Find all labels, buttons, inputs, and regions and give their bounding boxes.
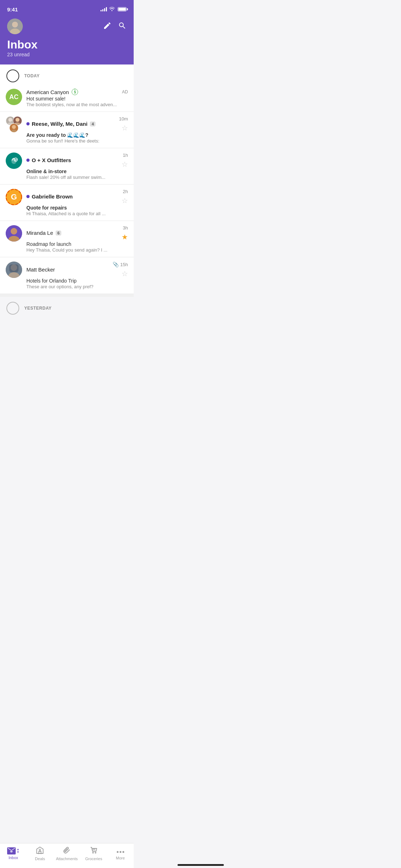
- email-sender: Gabrielle Brown: [26, 193, 118, 200]
- email-subject: Quote for repairs: [26, 205, 128, 211]
- email-time: 2h: [123, 189, 128, 194]
- svg-rect-22: [9, 264, 19, 272]
- battery-icon: [118, 7, 127, 11]
- svg-text:G: G: [11, 192, 17, 201]
- email-preview: Flash sale! 20% off all summer swim...: [26, 175, 128, 180]
- email-preview: These are our options, any pref?: [26, 284, 128, 289]
- svg-point-8: [12, 125, 16, 129]
- email-time: 10m: [119, 116, 128, 122]
- today-section-header: TODAY: [0, 64, 134, 84]
- compose-button[interactable]: [103, 21, 112, 31]
- status-bar: 9:41: [0, 0, 134, 16]
- inbox-title: Inbox: [7, 38, 127, 51]
- email-item[interactable]: Miranda Le 6 3h ★ Roadmap for launch Hey…: [0, 221, 134, 257]
- svg-point-3: [12, 22, 18, 27]
- email-subject: Roadmap for launch: [26, 241, 128, 247]
- email-item[interactable]: AC American Canyon $ AD Hot summer sale!…: [0, 84, 134, 112]
- email-avatar-ox: [6, 153, 22, 169]
- email-time: 1h: [123, 153, 128, 158]
- email-content-gabrielle: Gabrielle Brown 2h ☆ Quote for repairs H…: [26, 189, 128, 216]
- email-item[interactable]: G Gabrielle Brown 2h ☆ Quote for repairs…: [0, 185, 134, 221]
- unread-dot: [26, 122, 30, 125]
- message-count-badge: 4: [90, 122, 96, 126]
- message-count-badge: 6: [56, 231, 61, 236]
- star-button[interactable]: ☆: [119, 196, 128, 204]
- unread-count: 23 unread: [7, 52, 127, 57]
- email-sender: American Canyon $: [26, 89, 120, 95]
- email-subject: Online & in-store: [26, 169, 128, 174]
- email-avatar-gabrielle: G: [6, 189, 22, 205]
- wifi-icon: [109, 6, 115, 12]
- header-actions: [103, 21, 127, 31]
- email-sender: Reese, Willy, Me, Dani 4: [26, 121, 118, 127]
- email-content-group: Reese, Willy, Me, Dani 4 10m ☆ Are you r…: [26, 116, 128, 144]
- email-content-miranda: Miranda Le 6 3h ★ Roadmap for launch Hey…: [26, 225, 128, 253]
- status-icons: [101, 6, 127, 12]
- star-button[interactable]: ★: [119, 233, 128, 241]
- status-time: 9:41: [7, 6, 18, 12]
- yesterday-circle: [6, 302, 19, 315]
- email-avatar-miranda: [6, 225, 22, 242]
- unread-dot: [26, 195, 30, 198]
- email-avatar-group: [6, 116, 22, 133]
- email-item[interactable]: Reese, Willy, Me, Dani 4 10m ☆ Are you r…: [0, 112, 134, 148]
- star-button[interactable]: ☆: [119, 269, 128, 277]
- email-subject: Are you ready to 🌊🌊🌊?: [26, 132, 128, 138]
- email-subject: Hotels for Orlando Trip: [26, 278, 128, 284]
- email-list: TODAY AC American Canyon $ AD Hot summer…: [0, 64, 134, 317]
- unread-dot: [26, 159, 30, 162]
- svg-point-6: [15, 118, 19, 122]
- svg-point-4: [8, 118, 12, 122]
- header: Inbox 23 unread: [0, 16, 134, 64]
- email-sender: Matt Becker: [26, 267, 111, 273]
- attachment-icon: 📎: [113, 262, 119, 267]
- sponsored-icon: $: [72, 89, 78, 95]
- email-content-ox: O + X Outfitters 1h ☆ Online & in-store …: [26, 153, 128, 180]
- email-item[interactable]: O + X Outfitters 1h ☆ Online & in-store …: [0, 148, 134, 185]
- yesterday-label: YESTERDAY: [24, 306, 52, 311]
- email-avatar-matt: [6, 262, 22, 278]
- email-sender: Miranda Le 6: [26, 230, 118, 236]
- today-circle: [6, 69, 19, 82]
- svg-point-17: [11, 228, 17, 234]
- email-preview: Hi Thaisa, Attached is a quote for all .…: [26, 211, 128, 216]
- star-button[interactable]: ☆: [119, 160, 128, 168]
- email-preview: Hey Thaisa, Could you send again? I ...: [26, 247, 128, 253]
- email-avatar-american-canyon: AC: [6, 89, 22, 105]
- search-button[interactable]: [118, 21, 127, 31]
- email-preview: Gonna be so fun!! Here's the deets:: [26, 138, 128, 144]
- header-top: [7, 19, 127, 34]
- email-content-matt: Matt Becker 📎 15h ☆ Hotels for Orlando T…: [26, 262, 128, 289]
- email-content-american-canyon: American Canyon $ AD Hot summer sale! Th…: [26, 89, 128, 107]
- star-button[interactable]: ☆: [119, 124, 128, 131]
- signal-icon: [101, 7, 107, 11]
- email-preview: The boldest styles, now at the most adve…: [26, 102, 128, 107]
- svg-point-9: [11, 130, 17, 132]
- email-time: 15h: [120, 262, 128, 267]
- ad-label: AD: [122, 89, 128, 94]
- email-item[interactable]: Matt Becker 📎 15h ☆ Hotels for Orlando T…: [0, 257, 134, 294]
- today-label: TODAY: [24, 73, 40, 78]
- avatar[interactable]: [7, 19, 23, 34]
- yesterday-section-header: YESTERDAY: [0, 294, 134, 317]
- email-time: 3h: [123, 225, 128, 231]
- email-subject: Hot summer sale!: [26, 96, 128, 102]
- email-sender: O + X Outfitters: [26, 157, 118, 163]
